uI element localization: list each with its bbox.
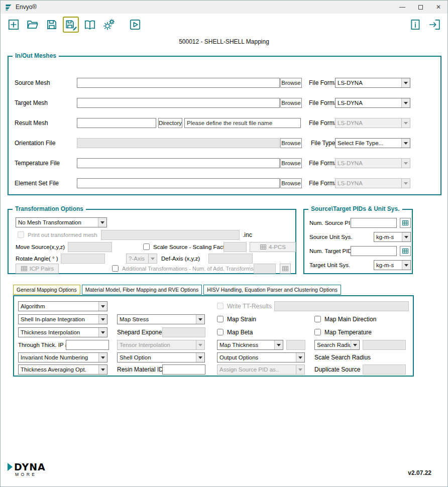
target-unit-dropdown[interactable]: kg-m-s xyxy=(374,260,411,270)
open-file-button[interactable] xyxy=(25,17,41,33)
info-icon xyxy=(409,18,422,31)
save-as-button[interactable] xyxy=(63,17,79,33)
target-unit-label: Target Unit Sys. xyxy=(309,260,350,270)
additional-transforms-checkbox[interactable] xyxy=(112,265,119,272)
four-pcs-button: 4-PCS xyxy=(250,242,296,252)
exit-button[interactable] xyxy=(426,17,442,33)
run-button[interactable] xyxy=(127,17,143,33)
table-icon xyxy=(21,265,28,272)
rotate-axis-dropdown: ?-Axis xyxy=(126,254,157,264)
dropdown-arrow-icon xyxy=(98,302,107,311)
tab-general-mapping-options[interactable]: General Mapping Options xyxy=(13,285,80,295)
source-pid-table-button[interactable] xyxy=(400,218,411,228)
map-temperature-checkbox[interactable] xyxy=(314,329,321,335)
target-pid-table-button[interactable] xyxy=(400,246,411,256)
orientation-type-dropdown[interactable]: Select File Type... xyxy=(335,138,410,148)
element-set-file-input[interactable] xyxy=(77,178,280,188)
scale-source-label: Scale Source - Scaling Factor xyxy=(153,242,230,252)
in-out-meshes-group: In/Out Meshes Source Mesh Browse File Fo… xyxy=(8,56,441,195)
source-mesh-browse-button[interactable]: Browse xyxy=(280,78,302,88)
dropdown-arrow-icon xyxy=(402,232,410,241)
minimize-button[interactable]: — xyxy=(393,1,411,14)
temperature-format-dropdown: LS-DYNA xyxy=(335,158,410,168)
source-unit-dropdown[interactable]: kg-m-s xyxy=(374,232,411,242)
maximize-button[interactable] xyxy=(411,1,429,14)
source-mesh-input[interactable] xyxy=(77,78,280,88)
table-icon xyxy=(402,248,409,255)
orientation-file-browse-button[interactable]: Browse xyxy=(280,138,302,148)
map-strain-checkbox[interactable] xyxy=(217,316,223,322)
temperature-file-input[interactable] xyxy=(77,158,280,168)
new-file-button[interactable] xyxy=(6,17,22,33)
map-main-direction-checkbox[interactable] xyxy=(314,316,321,322)
target-format-dropdown[interactable]: LS-DYNA xyxy=(335,98,410,108)
shepard-exponent-label: Shepard Exponent xyxy=(117,327,167,337)
toolbar-right xyxy=(407,17,442,33)
title-bar: Envyo® — ✕ xyxy=(1,1,447,14)
dropdown-arrow-icon xyxy=(148,254,157,263)
dropdown-arrow-icon xyxy=(196,340,204,349)
scale-source-input xyxy=(223,242,247,252)
additional-transforms-count-input xyxy=(254,264,276,274)
source-format-dropdown[interactable]: LS-DYNA xyxy=(335,78,410,88)
output-options-dropdown[interactable]: Output Options xyxy=(217,352,305,362)
dynamore-logo: DYNA MORE xyxy=(8,461,46,477)
book-icon xyxy=(83,18,96,31)
dropdown-arrow-icon xyxy=(296,365,304,374)
info-button[interactable] xyxy=(407,17,423,33)
write-tt-results-label: Write TT-Results xyxy=(227,301,272,311)
result-mesh-name-input[interactable] xyxy=(184,118,301,128)
dropdown-arrow-icon xyxy=(196,353,204,362)
close-icon: ✕ xyxy=(436,4,441,11)
save-as-icon xyxy=(64,18,77,31)
shepard-exponent-input xyxy=(162,327,205,337)
manual-button[interactable] xyxy=(82,17,98,33)
dropdown-arrow-icon xyxy=(402,261,410,270)
source-unit-label: Source Unit Sys. xyxy=(309,232,353,242)
pids-units-title: Source\Target PIDs & Unit Sys. xyxy=(308,205,402,212)
num-source-pid-input[interactable] xyxy=(351,218,397,228)
target-mesh-label: Target Mesh xyxy=(15,98,48,108)
def-axis-label: Def-Axis (x,y,z) xyxy=(161,254,200,264)
icp-pairs-button: ICP Pairs xyxy=(16,264,59,274)
result-mesh-directory-button[interactable]: Directory xyxy=(158,118,182,128)
plus-square-icon xyxy=(7,18,20,31)
mesh-transformation-dropdown[interactable]: No Mesh Transformation xyxy=(16,217,107,227)
close-button[interactable]: ✕ xyxy=(429,1,447,14)
element-set-browse-button[interactable]: Browse xyxy=(280,178,302,188)
envyo-logo-icon xyxy=(5,3,13,11)
tab-hisv-options[interactable]: HISV Handling, Equation Parser and Clust… xyxy=(203,285,341,295)
tab-material-model-options[interactable]: Material Model, Fiber Mapping and RVE Op… xyxy=(82,285,202,295)
map-beta-checkbox[interactable] xyxy=(217,329,223,335)
num-target-pid-input[interactable] xyxy=(351,246,397,256)
thickness-averaging-dropdown[interactable]: Thickness Averaging Opt. xyxy=(18,364,107,375)
target-mesh-input[interactable] xyxy=(77,98,280,108)
map-thickness-dropdown[interactable]: Map Thickness xyxy=(217,340,283,350)
dropdown-arrow-icon xyxy=(98,365,107,374)
general-options-panel: Algorithm Write TT-Results Shell In-plan… xyxy=(13,295,414,377)
shell-option-dropdown[interactable]: Shell Option xyxy=(117,352,205,362)
settings-button[interactable] xyxy=(101,17,117,33)
logo-triangle-icon xyxy=(8,463,13,471)
save-button[interactable] xyxy=(44,17,60,33)
target-mesh-browse-button[interactable]: Browse xyxy=(280,98,302,108)
through-thick-input[interactable] xyxy=(66,340,109,350)
algorithm-dropdown[interactable]: Algorithm xyxy=(18,301,107,311)
maximize-icon xyxy=(418,5,423,10)
resin-material-id-input[interactable] xyxy=(162,364,205,375)
shell-inplane-dropdown[interactable]: Shell In-plane Integration xyxy=(18,314,107,324)
source-mesh-label: Source Mesh xyxy=(15,78,50,88)
table-icon xyxy=(260,244,267,251)
temperature-file-browse-button[interactable]: Browse xyxy=(280,158,302,168)
options-tabs: General Mapping Options Material Model, … xyxy=(13,285,343,295)
dropdown-arrow-icon xyxy=(296,353,304,362)
inc-suffix-label: .inc xyxy=(243,230,252,240)
transformation-options-title: Transformation Options xyxy=(13,205,86,212)
invariant-node-numbering-dropdown[interactable]: Invariant Node Numbering xyxy=(18,352,107,362)
map-stress-dropdown[interactable]: Map Stress xyxy=(117,314,205,324)
result-mesh-dir-input[interactable] xyxy=(77,118,156,128)
map-thickness-value-input xyxy=(286,340,305,350)
scale-source-checkbox[interactable] xyxy=(143,244,150,250)
thickness-interpolation-dropdown[interactable]: Thickness Interpolation xyxy=(18,327,107,337)
search-radius-dropdown[interactable]: Search Radius xyxy=(314,340,360,350)
